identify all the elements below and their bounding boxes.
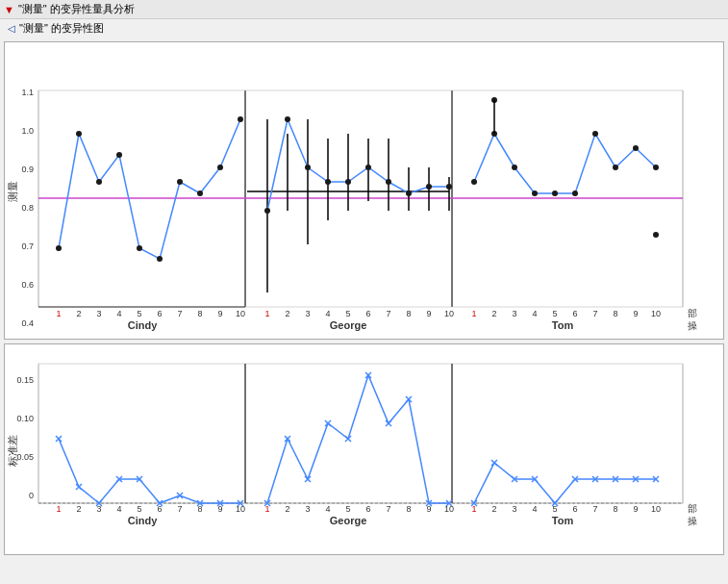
svg-text:7: 7 [177, 504, 182, 514]
svg-point-39 [345, 179, 351, 185]
svg-text:3: 3 [96, 504, 101, 514]
svg-text:1: 1 [471, 309, 476, 318]
svg-text:6: 6 [572, 504, 577, 514]
svg-text:8: 8 [406, 309, 411, 318]
svg-text:4: 4 [325, 504, 330, 514]
svg-text:操作员: 操作员 [688, 320, 697, 331]
svg-text:2: 2 [491, 309, 496, 318]
svg-text:3: 3 [512, 309, 516, 318]
svg-point-42 [406, 190, 412, 196]
title-icon: ▼ [4, 4, 14, 15]
svg-point-35 [264, 208, 270, 214]
svg-text:7: 7 [177, 309, 182, 318]
svg-text:2: 2 [491, 504, 496, 514]
svg-text:10: 10 [236, 504, 245, 514]
svg-point-21 [177, 179, 183, 185]
svg-point-23 [217, 165, 223, 170]
svg-text:10: 10 [444, 504, 454, 514]
svg-text:5: 5 [345, 504, 350, 514]
svg-point-22 [197, 190, 203, 196]
svg-text:0.4: 0.4 [21, 318, 34, 328]
svg-text:8: 8 [613, 309, 617, 318]
svg-point-48 [532, 190, 538, 196]
title-bar: ▼ "测量" 的变异性量具分析 [0, 0, 728, 19]
svg-text:9: 9 [426, 504, 431, 514]
y-axis-label-1: 测量 [7, 181, 18, 202]
svg-text:8: 8 [613, 504, 617, 514]
svg-point-37 [305, 165, 311, 170]
svg-text:Cindy: Cindy [128, 515, 158, 526]
svg-point-52 [613, 165, 618, 170]
svg-text:3: 3 [512, 504, 516, 514]
svg-point-49 [552, 190, 558, 196]
svg-text:10: 10 [651, 309, 661, 318]
svg-text:6: 6 [572, 309, 577, 318]
svg-point-40 [365, 165, 371, 170]
svg-text:1: 1 [264, 504, 269, 514]
svg-text:6: 6 [157, 309, 162, 318]
svg-text:1: 1 [56, 309, 61, 318]
svg-text:0.15: 0.15 [16, 375, 34, 385]
svg-text:8: 8 [197, 309, 202, 318]
svg-text:0.9: 0.9 [21, 165, 34, 174]
svg-point-44 [446, 184, 452, 190]
svg-text:5: 5 [345, 309, 350, 318]
svg-point-18 [116, 152, 122, 158]
svg-text:7: 7 [386, 504, 390, 514]
svg-text:部件编号: 部件编号 [688, 308, 697, 318]
section-arrow: ◁ [8, 23, 15, 34]
svg-point-24 [238, 116, 243, 122]
svg-point-15 [56, 245, 62, 251]
svg-text:1: 1 [471, 504, 476, 514]
svg-text:3: 3 [305, 309, 310, 318]
svg-point-17 [96, 179, 102, 185]
svg-text:3: 3 [96, 309, 101, 318]
section-header: ◁ "测量" 的变异性图 [0, 19, 728, 38]
svg-text:2: 2 [76, 504, 81, 514]
svg-text:2: 2 [76, 309, 81, 318]
svg-point-53 [633, 145, 639, 151]
svg-point-51 [592, 131, 598, 137]
svg-text:4: 4 [116, 309, 121, 318]
svg-text:9: 9 [426, 309, 431, 318]
svg-text:Tom: Tom [552, 515, 574, 526]
svg-text:2: 2 [285, 309, 289, 318]
svg-text:4: 4 [532, 504, 537, 514]
svg-text:5: 5 [137, 504, 141, 514]
svg-text:10: 10 [651, 504, 661, 514]
svg-text:9: 9 [633, 309, 638, 318]
svg-point-38 [325, 179, 331, 185]
svg-text:0.10: 0.10 [16, 414, 34, 423]
svg-text:1.1: 1.1 [21, 88, 34, 97]
svg-text:1: 1 [264, 309, 269, 318]
svg-point-47 [512, 165, 517, 170]
svg-text:5: 5 [137, 309, 141, 318]
svg-text:6: 6 [157, 504, 162, 514]
section-title: "测量" 的变异性图 [19, 21, 104, 36]
svg-text:部件编号: 部件编号 [688, 503, 697, 514]
svg-text:2: 2 [285, 504, 289, 514]
svg-point-20 [157, 256, 163, 262]
svg-text:0.8: 0.8 [21, 203, 34, 213]
main-container: ▼ "测量" 的变异性量具分析 ◁ "测量" 的变异性图 测量 1.1 1.0 … [0, 0, 728, 584]
svg-text:0.05: 0.05 [16, 452, 34, 462]
svg-text:0.6: 0.6 [21, 280, 34, 290]
svg-text:1.0: 1.0 [21, 126, 34, 136]
svg-point-36 [285, 116, 290, 122]
svg-point-50 [572, 190, 578, 196]
content-area: 测量 1.1 1.0 0.9 0.8 0.7 0.6 0.4 [0, 38, 728, 584]
svg-point-43 [426, 184, 432, 190]
svg-text:George: George [330, 515, 367, 526]
svg-text:8: 8 [197, 504, 202, 514]
svg-text:George: George [330, 319, 367, 331]
svg-text:Tom: Tom [552, 319, 574, 331]
svg-text:操作员: 操作员 [688, 516, 697, 526]
svg-text:标准差: 标准差 [7, 435, 18, 468]
svg-point-41 [386, 179, 391, 185]
svg-text:4: 4 [325, 309, 330, 318]
svg-text:8: 8 [406, 504, 411, 514]
svg-text:9: 9 [633, 504, 638, 514]
svg-text:6: 6 [365, 504, 370, 514]
svg-text:6: 6 [365, 309, 370, 318]
bottom-chart: 标准差 0.15 0.10 0.05 0 [4, 343, 724, 555]
